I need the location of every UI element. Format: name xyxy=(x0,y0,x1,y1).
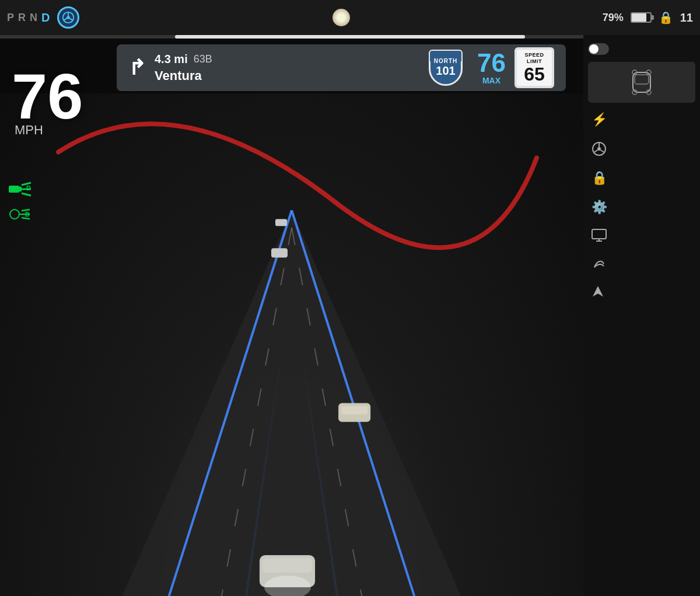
lock-status-icon: 🔒 xyxy=(659,11,673,25)
time-display: 11 xyxy=(680,11,693,25)
gear-n[interactable]: N xyxy=(30,12,39,24)
highway-number: 101 xyxy=(436,64,455,78)
turn-arrow-icon: ↱ xyxy=(128,55,146,80)
autopilot-sidebar-icon xyxy=(592,141,607,156)
battery-percent: 79% xyxy=(603,12,624,24)
sidebar-trip[interactable] xyxy=(588,251,695,276)
navigation-bar[interactable]: ↱ 4.3 mi 63B Ventura NORTH 101 76 MAX SP… xyxy=(117,44,566,91)
road-view xyxy=(0,93,583,596)
toggle-switch[interactable] xyxy=(588,43,609,55)
speed-limit-value: 65 xyxy=(524,65,545,83)
svg-line-9 xyxy=(22,193,31,196)
headlight-indicator: D xyxy=(9,181,32,197)
gear-r[interactable]: R xyxy=(18,12,27,24)
progress-fill xyxy=(175,35,525,39)
max-speed-label: MAX xyxy=(482,76,501,85)
steering-wheel-icon xyxy=(62,11,75,24)
sidebar-lock[interactable]: 🔒 xyxy=(588,166,695,190)
car-top-view-icon xyxy=(624,68,659,97)
max-speed-value: 76 xyxy=(477,50,506,76)
sidebar-nav[interactable] xyxy=(588,280,695,302)
speed-limit-title: SPEEDLIMIT xyxy=(524,52,544,65)
highway-direction: NORTH xyxy=(434,58,458,64)
road-surface xyxy=(0,93,583,596)
sidebar-charging[interactable]: ⚡ xyxy=(588,107,695,132)
nav-distance-row: 4.3 mi 63B xyxy=(155,53,417,66)
nav-arrow-icon xyxy=(592,285,604,298)
svg-text:D: D xyxy=(25,211,30,218)
svg-line-15 xyxy=(22,218,30,219)
svg-point-11 xyxy=(10,210,19,219)
gear-selector[interactable]: P R N D xyxy=(7,11,51,25)
svg-rect-30 xyxy=(635,75,649,84)
settings-icon: ⚙️ xyxy=(592,200,607,215)
sidebar-settings[interactable]: ⚙️ xyxy=(588,195,695,219)
nav-info: 4.3 mi 63B Ventura xyxy=(155,53,417,83)
gear-p[interactable]: P xyxy=(7,12,16,24)
headlight-icon: D xyxy=(9,181,32,197)
status-center xyxy=(79,9,602,26)
lock-sidebar-icon: 🔒 xyxy=(592,170,607,186)
battery-icon xyxy=(631,12,652,23)
svg-point-36 xyxy=(597,147,601,151)
camera-dot xyxy=(332,9,350,26)
svg-line-4 xyxy=(70,18,74,20)
svg-line-39 xyxy=(601,150,605,152)
speed-display: 76 MPH xyxy=(12,64,83,138)
battery-fill xyxy=(632,13,646,22)
nav-distance: 4.3 mi xyxy=(155,53,188,66)
svg-point-1 xyxy=(67,16,71,19)
sidebar-autopilot[interactable] xyxy=(588,137,695,161)
car-view-panel[interactable] xyxy=(588,62,695,103)
highway-shield: NORTH 101 xyxy=(429,50,463,86)
svg-rect-5 xyxy=(9,186,19,193)
nav-exit: 63B xyxy=(194,53,212,65)
charging-icon: ⚡ xyxy=(592,112,607,127)
nav-street: Ventura xyxy=(155,68,417,83)
gear-d[interactable]: D xyxy=(41,11,51,25)
dashboard-indicators: D D xyxy=(9,181,32,222)
status-right: 79% 🔒 11 xyxy=(603,11,693,25)
svg-line-38 xyxy=(594,150,598,152)
sidebar-toggle-row xyxy=(588,41,695,57)
toggle-knob xyxy=(589,44,598,54)
max-speed-display: 76 MAX xyxy=(477,50,506,85)
autopilot-button[interactable] xyxy=(57,6,79,29)
svg-line-3 xyxy=(64,18,68,20)
svg-marker-43 xyxy=(593,286,603,297)
trip-icon xyxy=(592,256,607,271)
svg-rect-40 xyxy=(592,229,606,239)
speed-value: 76 xyxy=(12,64,83,128)
speed-limit-sign: SPEEDLIMIT 65 xyxy=(514,47,554,88)
foglight-icon: D xyxy=(9,206,32,222)
display-icon xyxy=(592,229,607,242)
svg-rect-6 xyxy=(19,187,22,191)
foglights-indicator: D xyxy=(9,206,32,222)
status-bar: P R N D 79% 🔒 11 xyxy=(0,0,700,35)
right-sidebar: ⚡ 🔒 ⚙️ xyxy=(583,35,700,596)
svg-text:D: D xyxy=(26,184,31,191)
sidebar-display[interactable] xyxy=(588,224,695,246)
